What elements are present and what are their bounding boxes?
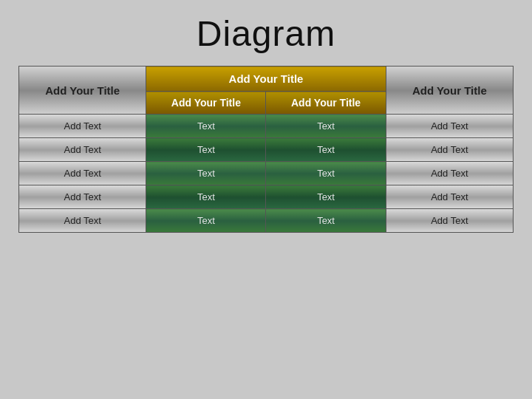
cell-right[interactable]: Add Text: [386, 138, 513, 162]
cell-left[interactable]: Add Text: [19, 138, 146, 162]
table-row: Add TextTextTextAdd Text: [19, 162, 514, 185]
table-row: Add TextTextTextAdd Text: [19, 185, 514, 209]
cell-col2[interactable]: Text: [266, 209, 386, 233]
header-row-1: Add Your Title Add Your Title Add Your T…: [19, 66, 514, 92]
table-row: Add TextTextTextAdd Text: [19, 138, 514, 162]
cell-left[interactable]: Add Text: [19, 209, 146, 233]
table-wrapper: Add Your Title Add Your Title Add Your T…: [18, 66, 514, 233]
cell-right[interactable]: Add Text: [386, 162, 513, 185]
header-sub-left[interactable]: Add Your Title: [146, 92, 266, 115]
cell-right[interactable]: Add Text: [386, 185, 513, 209]
cell-left[interactable]: Add Text: [19, 185, 146, 209]
cell-col2[interactable]: Text: [266, 162, 386, 185]
table-row: Add TextTextTextAdd Text: [19, 115, 514, 138]
cell-left[interactable]: Add Text: [19, 115, 146, 138]
cell-col2[interactable]: Text: [266, 138, 386, 162]
cell-col2[interactable]: Text: [266, 185, 386, 209]
cell-col1[interactable]: Text: [146, 209, 266, 233]
cell-col1[interactable]: Text: [146, 185, 266, 209]
cell-left[interactable]: Add Text: [19, 162, 146, 185]
header-sub-right[interactable]: Add Your Title: [266, 92, 386, 115]
header-left-title[interactable]: Add Your Title: [19, 66, 146, 115]
page-title: Diagram: [197, 13, 335, 54]
diagram-table: Add Your Title Add Your Title Add Your T…: [18, 66, 514, 233]
header-center-top[interactable]: Add Your Title: [146, 66, 386, 92]
cell-right[interactable]: Add Text: [386, 209, 513, 233]
cell-col1[interactable]: Text: [146, 115, 266, 138]
cell-right[interactable]: Add Text: [386, 115, 513, 138]
cell-col2[interactable]: Text: [266, 115, 386, 138]
cell-col1[interactable]: Text: [146, 138, 266, 162]
table-row: Add TextTextTextAdd Text: [19, 209, 514, 233]
cell-col1[interactable]: Text: [146, 162, 266, 185]
header-right-title[interactable]: Add Your Title: [386, 66, 513, 115]
